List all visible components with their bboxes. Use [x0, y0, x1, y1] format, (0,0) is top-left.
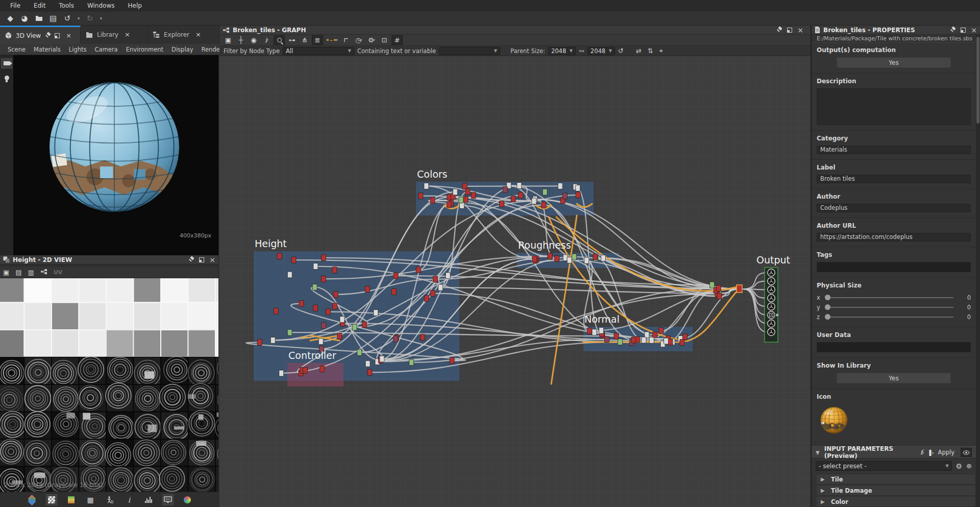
- physical-size-icon[interactable]: [104, 494, 115, 505]
- containing-text-select[interactable]: ▼: [439, 47, 500, 55]
- save-icon[interactable]: ▤: [47, 13, 59, 24]
- param-group-color[interactable]: ▶ Color: [817, 497, 975, 507]
- menu-scene[interactable]: Scene: [4, 45, 29, 54]
- graph-node[interactable]: [291, 257, 296, 263]
- graph-node[interactable]: [303, 367, 307, 373]
- frame-region-icon[interactable]: #: [391, 35, 403, 45]
- undo-icon[interactable]: ↺: [61, 13, 74, 24]
- background-checker-icon[interactable]: [46, 494, 57, 505]
- graph-node[interactable]: [321, 255, 326, 261]
- menu-environment[interactable]: Environment: [122, 45, 167, 54]
- tools-icon[interactable]: ⚙▾: [366, 35, 377, 45]
- graph-node[interactable]: [433, 276, 437, 282]
- new-package-icon[interactable]: ◕: [18, 13, 31, 24]
- graph-node[interactable]: [394, 273, 398, 279]
- close-icon[interactable]: ×: [971, 28, 977, 33]
- graph-node[interactable]: [391, 288, 396, 295]
- menu-lights[interactable]: Lights: [65, 45, 90, 54]
- graph-node[interactable]: [450, 357, 454, 364]
- duplicate-view-icon[interactable]: ▣: [3, 269, 9, 276]
- preset-select[interactable]: - select preset -▼: [816, 461, 952, 471]
- pin-icon[interactable]: [950, 27, 955, 33]
- input-parameters-header[interactable]: ▼ INPUT PARAMETERS (Preview) f▾ ❚▾ Apply: [812, 446, 976, 458]
- graph-node[interactable]: [555, 255, 559, 261]
- physical-size-x-slider[interactable]: [825, 297, 953, 298]
- graph-node[interactable]: [352, 324, 357, 330]
- parent-height-select[interactable]: 2048▼: [587, 47, 615, 55]
- open-icon[interactable]: [33, 13, 45, 24]
- menu-tools[interactable]: Tools: [53, 1, 80, 10]
- function-graph-icon[interactable]: f▾: [920, 449, 923, 456]
- output-hub-node[interactable]: [737, 285, 742, 293]
- menu-display[interactable]: Display: [168, 45, 197, 54]
- graph-node[interactable]: [430, 197, 435, 203]
- actual-size-icon[interactable]: ┼: [235, 35, 247, 45]
- tab-library[interactable]: Library ×: [81, 26, 148, 44]
- graph-node[interactable]: [271, 337, 275, 343]
- graph-node[interactable]: [631, 337, 636, 343]
- graph-node[interactable]: [274, 308, 278, 314]
- graph-node[interactable]: [499, 201, 504, 207]
- graph-node[interactable]: [279, 370, 284, 376]
- elbow-connection-icon[interactable]: ∟: [340, 35, 352, 45]
- close-icon[interactable]: ×: [797, 28, 803, 33]
- pin-icon[interactable]: [45, 33, 51, 38]
- graph-node[interactable]: [333, 292, 338, 298]
- copy-image-icon[interactable]: ▥: [28, 269, 34, 276]
- channels-icon[interactable]: [27, 494, 38, 505]
- graph-node[interactable]: [337, 333, 342, 340]
- align-vertical-icon[interactable]: ⇅: [648, 47, 653, 55]
- graph-node[interactable]: [542, 202, 546, 208]
- fit-view-icon[interactable]: ▣: [223, 35, 234, 45]
- graph-node[interactable]: [618, 339, 622, 345]
- tiling-grid-icon[interactable]: ▦: [85, 494, 96, 505]
- close-icon[interactable]: ×: [209, 257, 215, 262]
- graph-node[interactable]: [465, 188, 470, 195]
- icon-thumbnail[interactable]: [817, 404, 971, 441]
- graph-node[interactable]: [668, 339, 673, 345]
- graph-node[interactable]: [446, 273, 450, 279]
- graph-node[interactable]: [277, 253, 282, 259]
- graph-node[interactable]: [380, 356, 384, 362]
- graph-node[interactable]: [374, 309, 378, 316]
- layers-icon[interactable]: ≣: [312, 35, 323, 45]
- graph-node[interactable]: [362, 322, 367, 328]
- preview-node-icon[interactable]: ⊡: [379, 35, 390, 45]
- graph-node[interactable]: [649, 337, 654, 343]
- menu-windows[interactable]: Windows: [81, 1, 121, 10]
- menu-edit[interactable]: Edit: [28, 1, 52, 10]
- graph-group-frame-controller[interactable]: [287, 363, 344, 387]
- graph-node[interactable]: [572, 254, 576, 260]
- redo-icon[interactable]: ↻: [84, 13, 96, 24]
- information-icon[interactable]: i: [124, 494, 135, 505]
- graph-node[interactable]: [409, 359, 414, 366]
- graph-node[interactable]: [453, 189, 457, 195]
- viewport-3d[interactable]: 400x380px: [0, 55, 218, 255]
- graph-node[interactable]: [517, 182, 522, 188]
- tags-field[interactable]: [817, 262, 971, 272]
- graph-node[interactable]: [599, 327, 603, 333]
- label-field[interactable]: Broken tiles: [817, 175, 971, 183]
- graph-node[interactable]: [558, 183, 562, 189]
- graph-node[interactable]: [312, 284, 317, 290]
- branch-mode-icon[interactable]: ⋔: [299, 35, 310, 45]
- graph-node[interactable]: [459, 197, 463, 203]
- graph-node[interactable]: [287, 272, 292, 278]
- preset-settings-icon[interactable]: ⚙: [956, 462, 963, 470]
- graph-node[interactable]: [543, 189, 547, 195]
- graph-node[interactable]: [313, 305, 318, 311]
- link-size-icon[interactable]: ∾: [579, 47, 584, 55]
- screenshot-icon[interactable]: ◉: [248, 35, 259, 45]
- physical-size-y-slider[interactable]: [825, 307, 953, 308]
- graph-node[interactable]: [614, 333, 619, 339]
- graph-node[interactable]: [365, 286, 370, 292]
- node-info-icon[interactable]: i▾: [261, 35, 272, 45]
- dot-connection-icon[interactable]: •–•▾: [325, 35, 339, 45]
- apply-button[interactable]: Apply: [938, 449, 954, 456]
- graph-node[interactable]: [716, 285, 721, 292]
- graph-node[interactable]: [592, 329, 597, 335]
- graph-node[interactable]: [471, 192, 476, 199]
- graph-node[interactable]: [659, 327, 664, 333]
- filter-node-type-select[interactable]: All▼: [283, 47, 354, 55]
- user-data-field[interactable]: [817, 342, 971, 352]
